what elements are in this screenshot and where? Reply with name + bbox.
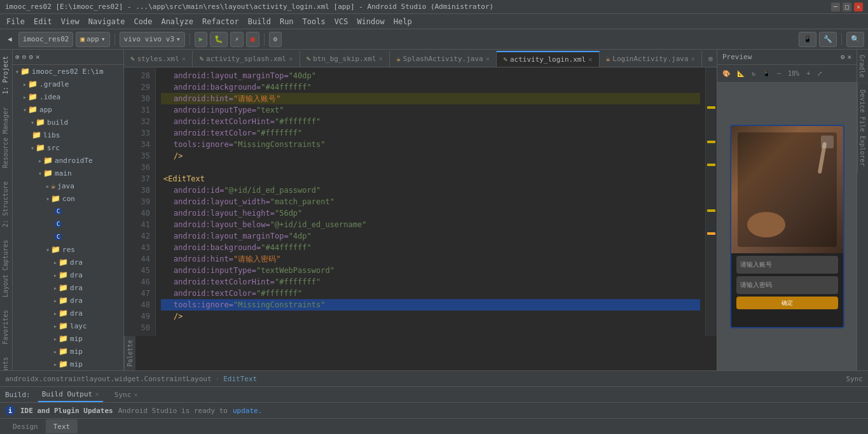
- preview-design-mode-btn[interactable]: 🎨: [720, 67, 733, 80]
- app-module-btn[interactable]: ▣ app ▾: [76, 32, 109, 47]
- menu-build[interactable]: Build: [244, 16, 275, 27]
- update-link[interactable]: update.: [233, 407, 262, 415]
- build-output-tab[interactable]: Build Output ×: [38, 387, 103, 402]
- tree-item-c2[interactable]: C: [13, 218, 123, 230]
- tree-item-androidtest[interactable]: ▸ 📁 androidTe: [13, 154, 123, 167]
- tree-item-libs[interactable]: 📁 libs: [13, 129, 123, 141]
- tree-label: imooc_res02 E:\im: [32, 67, 104, 76]
- project-dropdown[interactable]: imooc_res02: [18, 32, 74, 47]
- code-line-50: [161, 322, 700, 333]
- tree-item-dra1[interactable]: ▸ 📁 dra: [13, 256, 123, 269]
- tab-close-icon[interactable]: ×: [289, 55, 293, 63]
- line-num-47: 47: [127, 288, 150, 299]
- tree-item-gradle[interactable]: ▸ 📁 .gradle: [13, 78, 123, 90]
- tree-item-build[interactable]: ▾ 📁 build: [13, 116, 123, 129]
- menu-tools[interactable]: Tools: [299, 16, 329, 27]
- design-tab[interactable]: Design: [5, 419, 46, 433]
- resource-manager-tab[interactable]: Resource Manager: [0, 101, 12, 174]
- favorites-tab[interactable]: Favorites: [0, 304, 12, 351]
- menu-analyze[interactable]: Analyze: [157, 16, 197, 27]
- tree-item-main[interactable]: ▾ 📁 main: [13, 167, 123, 179]
- tab-close-icon[interactable]: ×: [379, 55, 383, 63]
- tree-item-c1[interactable]: C: [13, 205, 123, 218]
- tab-login-activity-java[interactable]: ☕ LoginActivity.java ×: [600, 51, 702, 67]
- tree-item-res[interactable]: ▾ 📁 res: [13, 243, 123, 256]
- run-btn[interactable]: ▶: [195, 32, 208, 47]
- expand-icon[interactable]: ⊕: [15, 53, 20, 61]
- project-tab[interactable]: 1: Project: [0, 50, 12, 101]
- tab-close-icon[interactable]: ×: [691, 55, 696, 63]
- tab-activity-login-xml[interactable]: ✎ activity_login.xml ×: [497, 51, 599, 67]
- menu-edit[interactable]: Edit: [30, 16, 56, 27]
- tree-item-layout[interactable]: ▸ 📁 layc: [13, 319, 123, 332]
- menu-vcs[interactable]: VCS: [331, 16, 352, 27]
- tree-item-dra2[interactable]: ▸ 📁 dra: [13, 269, 123, 281]
- menu-window[interactable]: Window: [353, 16, 388, 27]
- tab-close-icon[interactable]: ×: [588, 55, 593, 64]
- close-btn[interactable]: ✕: [854, 3, 863, 11]
- preview-close-icon[interactable]: ✕: [847, 53, 851, 61]
- tab-close-icon[interactable]: ×: [486, 55, 490, 63]
- preview-device-btn[interactable]: 📱: [760, 67, 773, 80]
- editor-split-btn[interactable]: ⊞: [702, 51, 717, 67]
- tab-btn-bg-skip-xml[interactable]: ✎ btn_bg_skip.xml ×: [300, 51, 390, 67]
- debug-btn[interactable]: 🐛: [210, 32, 228, 47]
- back-btn[interactable]: ◀: [4, 32, 16, 47]
- status-sync-btn[interactable]: Sync: [846, 375, 864, 383]
- menu-help[interactable]: Help: [390, 16, 416, 27]
- settings-icon[interactable]: ⚙: [29, 53, 33, 61]
- menu-refactor[interactable]: Refactor: [198, 16, 243, 27]
- minimize-btn[interactable]: ─: [831, 3, 840, 11]
- menu-file[interactable]: File: [3, 16, 29, 27]
- tab-styles-xml[interactable]: ✎ styles.xml ×: [124, 51, 193, 67]
- sync-tab[interactable]: Sync ×: [111, 387, 142, 402]
- text-tab[interactable]: Text: [46, 419, 78, 433]
- app-label: app: [86, 35, 99, 43]
- tab-label: SplashActivity.java: [403, 55, 483, 63]
- structure-tab[interactable]: 2: Structure: [0, 175, 12, 234]
- build-output-close[interactable]: ×: [95, 390, 99, 398]
- hide-panel-icon[interactable]: ✕: [36, 53, 40, 61]
- tree-item-con[interactable]: ▾ 📁 con: [13, 192, 123, 205]
- preview-zoom-in-btn[interactable]: +: [804, 67, 813, 80]
- preview-zoom-out-btn[interactable]: −: [775, 67, 783, 80]
- tree-item-dra4[interactable]: ▸ 📁 dra: [13, 294, 123, 307]
- sdk-btn[interactable]: 🔧: [819, 32, 837, 47]
- preview-fit-btn[interactable]: ⤢: [815, 67, 825, 80]
- tree-item-dra3[interactable]: ▸ 📁 dra: [13, 281, 123, 294]
- tree-item-src[interactable]: ▾ 📁 src: [13, 141, 123, 154]
- tree-item-mip1[interactable]: ▸ 📁 mip: [13, 332, 123, 345]
- maximize-btn[interactable]: □: [843, 3, 851, 11]
- stop-btn[interactable]: ■: [246, 32, 259, 47]
- menu-run[interactable]: Run: [276, 16, 298, 27]
- tree-item-mip2[interactable]: ▸ 📁 mip: [13, 345, 123, 358]
- device-selector[interactable]: vivo vivo v3 ▾: [120, 32, 185, 47]
- tree-item-dra5[interactable]: ▸ 📁 dra: [13, 307, 123, 319]
- tree-item-mip3[interactable]: ▸ 📁 mip: [13, 358, 123, 370]
- sync-btn[interactable]: ⚙: [269, 32, 282, 47]
- menu-code[interactable]: Code: [130, 16, 156, 27]
- preview-orientation-btn[interactable]: ↻: [749, 67, 758, 80]
- tree-item-c3[interactable]: C: [13, 230, 123, 243]
- sync-close[interactable]: ×: [134, 391, 138, 399]
- tab-close-icon[interactable]: ×: [182, 55, 186, 63]
- layout-captures-tab[interactable]: Layout Captures: [0, 234, 12, 304]
- tree-item-java[interactable]: ▸ ☕ java: [13, 179, 123, 192]
- variants-tab[interactable]: 2: Variants: [0, 351, 12, 370]
- preview-settings-icon[interactable]: ⚙: [841, 53, 845, 61]
- tree-item-idea[interactable]: ▸ 📁 .idea: [13, 90, 123, 103]
- tab-activity-splash-xml[interactable]: ✎ activity_splash.xml ×: [193, 51, 300, 67]
- avd-btn[interactable]: 📱: [799, 32, 816, 47]
- tree-item-root[interactable]: ▾ 📁 imooc_res02 E:\im: [13, 65, 123, 78]
- preview-blueprint-btn[interactable]: 📐: [734, 67, 747, 80]
- menu-view[interactable]: View: [57, 16, 83, 27]
- tab-splash-activity-java[interactable]: ☕ SplashActivity.java ×: [390, 51, 497, 67]
- search-everywhere-btn[interactable]: 🔍: [846, 32, 864, 47]
- gradle-tab[interactable]: Gradle: [857, 50, 868, 83]
- code-area[interactable]: android:layout_marginTop="40dp" android:…: [156, 67, 705, 336]
- profile-btn[interactable]: ⚡: [230, 32, 244, 47]
- device-file-explorer-tab[interactable]: Device File Explorer: [857, 83, 868, 172]
- collapse-icon[interactable]: ⊖: [22, 53, 27, 61]
- tree-item-app[interactable]: ▾ 📁 app: [13, 103, 123, 116]
- menu-navigate[interactable]: Navigate: [85, 16, 129, 27]
